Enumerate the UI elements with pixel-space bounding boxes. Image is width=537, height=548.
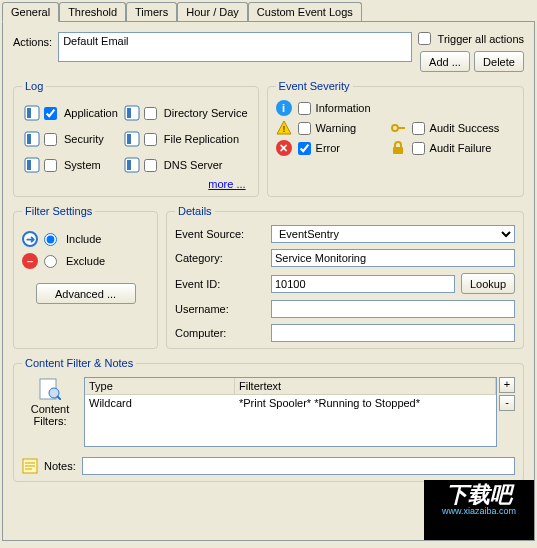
lookup-button[interactable]: Lookup (461, 273, 515, 294)
remove-filter-button[interactable]: - (499, 395, 515, 411)
system-checkbox[interactable] (44, 159, 57, 172)
directory-checkbox[interactable] (144, 107, 157, 120)
directory-label: Directory Service (164, 107, 248, 119)
filerep-checkbox[interactable] (144, 133, 157, 146)
include-radio[interactable] (44, 233, 57, 246)
details-legend: Details (175, 205, 215, 217)
computer-field[interactable] (271, 324, 515, 342)
svg-rect-5 (27, 134, 31, 144)
log-icon (124, 131, 140, 147)
row-filtertext-cell: *Print Spooler* *Running to Stopped* (235, 395, 496, 411)
more-link[interactable]: more ... (22, 178, 250, 190)
tab-general[interactable]: General (2, 2, 59, 22)
svg-rect-9 (27, 160, 31, 170)
dns-label: DNS Server (164, 159, 223, 171)
watermark-small: www.xiazaiba.com (428, 506, 530, 516)
log-fieldset: Log Application Directory Service Securi… (13, 80, 259, 197)
content-filter-legend: Content Filter & Notes (22, 357, 136, 369)
lock-icon (390, 140, 406, 156)
tab-custom[interactable]: Custom Event Logs (248, 2, 362, 21)
eventid-field[interactable] (271, 275, 455, 293)
svg-point-14 (392, 125, 398, 131)
application-label: Application (64, 107, 118, 119)
audit-success-label: Audit Success (430, 122, 515, 134)
audit-success-checkbox[interactable] (412, 122, 425, 135)
include-label: Include (66, 233, 101, 245)
content-filter-table[interactable]: Type Filtertext Wildcard *Print Spooler*… (84, 377, 497, 447)
username-label: Username: (175, 303, 265, 315)
audit-failure-checkbox[interactable] (412, 142, 425, 155)
content-filters-label: Content Filters: (31, 403, 70, 427)
col-type-header: Type (85, 378, 235, 394)
information-checkbox[interactable] (298, 102, 311, 115)
content-filter-fieldset: Content Filter & Notes Content Filters: … (13, 357, 524, 482)
log-legend: Log (22, 80, 46, 92)
log-icon (124, 157, 140, 173)
notes-field[interactable] (82, 457, 515, 475)
add-filter-button[interactable]: + (499, 377, 515, 393)
warning-checkbox[interactable] (298, 122, 311, 135)
filter-settings-fieldset: Filter Settings ➜ Include – Exclude Adva… (13, 205, 158, 349)
delete-button[interactable]: Delete (474, 51, 524, 72)
svg-text:!: ! (282, 124, 285, 134)
audit-failure-label: Audit Failure (430, 142, 515, 154)
error-checkbox[interactable] (298, 142, 311, 155)
row-type-cell: Wildcard (85, 395, 235, 411)
exclude-label: Exclude (66, 255, 105, 267)
watermark-big: 下载吧 (428, 484, 530, 506)
info-icon: i (276, 100, 292, 116)
key-icon (390, 120, 406, 136)
system-label: System (64, 159, 101, 171)
filerep-label: File Replication (164, 133, 239, 145)
svg-rect-1 (27, 108, 31, 118)
notes-label: Notes: (44, 460, 76, 472)
severity-legend: Event Severity (276, 80, 353, 92)
warning-label: Warning (316, 122, 386, 134)
log-icon (124, 105, 140, 121)
add-button[interactable]: Add ... (420, 51, 470, 72)
svg-rect-16 (393, 147, 403, 154)
watermark: 下载吧 www.xiazaiba.com (424, 480, 534, 540)
information-label: Information (316, 102, 515, 114)
log-icon (24, 157, 40, 173)
table-row[interactable]: Wildcard *Print Spooler* *Running to Sto… (85, 395, 496, 411)
log-icon (24, 105, 40, 121)
svg-line-19 (57, 396, 61, 400)
tab-hourday[interactable]: Hour / Day (177, 2, 248, 21)
details-fieldset: Details Event Source: EventSentry Catego… (166, 205, 524, 349)
exclude-icon: – (22, 253, 38, 269)
filter-icon (38, 377, 62, 401)
exclude-radio[interactable] (44, 255, 57, 268)
warning-icon: ! (276, 120, 292, 136)
include-icon: ➜ (22, 231, 38, 247)
svg-rect-3 (127, 108, 131, 118)
svg-rect-7 (127, 134, 131, 144)
actions-label: Actions: (13, 32, 52, 48)
col-filtertext-header: Filtertext (235, 378, 496, 394)
trigger-all-label: Trigger all actions (438, 33, 524, 45)
severity-fieldset: Event Severity i Information ! Warning A… (267, 80, 524, 197)
eventid-label: Event ID: (175, 278, 265, 290)
tab-bar: General Threshold Timers Hour / Day Cust… (0, 0, 537, 21)
category-field[interactable] (271, 249, 515, 267)
error-icon: ✕ (276, 140, 292, 156)
advanced-button[interactable]: Advanced ... (36, 283, 136, 304)
svg-rect-11 (127, 160, 131, 170)
notes-icon (22, 458, 38, 474)
dns-checkbox[interactable] (144, 159, 157, 172)
actions-field[interactable]: Default Email (58, 32, 411, 62)
filter-legend: Filter Settings (22, 205, 95, 217)
trigger-all-checkbox[interactable] (418, 32, 431, 45)
tab-threshold[interactable]: Threshold (59, 2, 126, 21)
svg-rect-15 (398, 127, 405, 129)
error-label: Error (316, 142, 386, 154)
event-source-select[interactable]: EventSentry (271, 225, 515, 243)
security-label: Security (64, 133, 104, 145)
username-field[interactable] (271, 300, 515, 318)
event-source-label: Event Source: (175, 228, 265, 240)
application-checkbox[interactable] (44, 107, 57, 120)
security-checkbox[interactable] (44, 133, 57, 146)
computer-label: Computer: (175, 327, 265, 339)
log-icon (24, 131, 40, 147)
tab-timers[interactable]: Timers (126, 2, 177, 21)
